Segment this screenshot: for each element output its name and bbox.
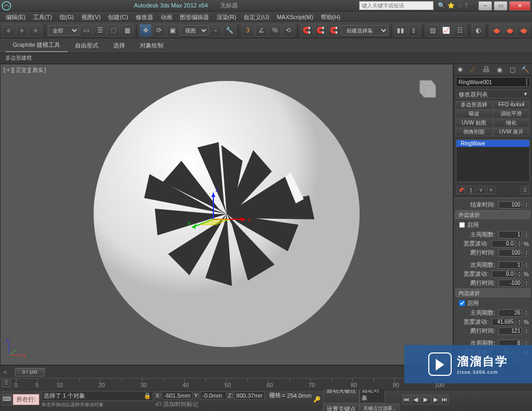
named-selection[interactable]: 创建选择集 [342,25,388,36]
utilities-panel-icon[interactable]: 🔨 [521,66,530,73]
outer-widthflux-spinner[interactable] [492,240,515,248]
menu-create[interactable]: 创建(C) [104,13,131,21]
coord-y-input[interactable] [200,391,227,400]
play-icon[interactable]: ▶ [420,394,431,405]
display-panel-icon[interactable]: ▢ [508,66,517,73]
modifier-list-combo[interactable]: 修改器列表▾ [456,89,530,98]
mod-btn-polyselect[interactable]: 多边形选择 [455,101,493,109]
render-setup-icon[interactable]: 🫖 [490,24,503,37]
viewcube[interactable] [411,75,440,104]
trackbar-toggle-icon[interactable]: ☰ [2,380,11,387]
modifier-stack[interactable]: RingWave [456,139,530,182]
align-icon[interactable]: ⫿ [408,24,421,37]
inner-mainperiod-spinner[interactable] [498,309,522,317]
configure-icon[interactable]: ☰ [521,186,529,194]
outer-enable-check[interactable] [459,222,465,228]
outer-mainperiod-spinner[interactable] [498,231,522,239]
key-lock-icon[interactable]: 🔑 [313,394,321,405]
keyfilter-button[interactable]: 关键点过滤器... [360,404,400,412]
next-frame-icon[interactable]: ▶ [431,394,440,405]
signin-icon[interactable]: ⭐ [447,2,455,9]
add-timetag[interactable]: 添加时间标记 [163,400,198,408]
outer-break-rollout[interactable]: 外边波折 [455,210,530,219]
mirror-icon[interactable]: ▮▮ [394,24,407,37]
select-name-icon[interactable]: ☰ [94,24,106,37]
hierarchy-panel-icon[interactable]: 品 [481,65,491,74]
make-unique-icon[interactable]: ∀ [477,186,485,194]
spinner-snap-icon[interactable]: ⟲ [282,24,295,37]
menu-tools[interactable]: 工具(T) [29,13,56,21]
render-frame-icon[interactable]: 🫖 [504,24,517,37]
menu-maxscript[interactable]: MAXScript(M) [273,14,317,20]
select-scale-icon[interactable]: ▣ [167,24,179,37]
menu-group[interactable]: 组(G) [56,13,78,21]
menu-help[interactable]: 帮助(H) [317,13,344,21]
favorites-icon[interactable]: ☆ [457,2,462,9]
goto-start-icon[interactable]: ⏮ [402,394,411,405]
angle-snap-icon[interactable]: ∠ [255,24,268,37]
menu-customize[interactable]: 自定义(U) [240,13,273,21]
material-editor-icon[interactable]: ◐ [472,24,485,37]
maximize-button[interactable]: ▭ [494,1,508,11]
outer-crawltime-spinner[interactable] [498,249,522,257]
mod-btn-noise[interactable]: 噪波 [455,110,493,118]
select-region-icon[interactable]: ⬚ [107,24,120,37]
close-button[interactable]: ✕ [509,1,530,11]
timetag-icon[interactable]: 🏷 [155,401,161,407]
app-icon[interactable] [0,0,13,12]
goto-end-icon[interactable]: ⏭ [440,394,449,405]
help-search-input[interactable] [359,1,434,10]
endtime-spinner[interactable] [498,201,522,209]
ribbon-tab-objpaint[interactable]: 对象绘制 [132,39,171,52]
magnet-icon[interactable]: 🧲 [301,24,313,37]
inner-crawltime-spinner[interactable] [498,327,522,335]
magnet2-icon[interactable]: 🧲 [314,24,327,37]
mod-btn-bevelprofile[interactable]: 倒角剖面 [455,128,493,136]
modify-panel-icon[interactable]: ☄ [469,66,478,73]
magnet3-icon[interactable]: 🧲 [328,24,340,37]
render-icon[interactable]: 🫖 [518,24,530,37]
pivot-icon[interactable]: ▫ [210,24,222,37]
schematic-icon[interactable]: ☷ [453,24,466,37]
menu-view[interactable]: 视图(V) [78,13,105,21]
create-panel-icon[interactable]: ✱ [455,66,465,73]
lock-icon[interactable]: 🔒 [144,392,151,399]
help-icon[interactable]: ? [464,2,468,9]
menu-modifiers[interactable]: 修改器 [132,13,157,21]
select-rotate-icon[interactable]: ⟳ [153,24,165,37]
mod-btn-tessellate[interactable]: 细化 [493,119,530,127]
unlink-icon[interactable]: ⟡ [16,24,29,37]
show-end-icon[interactable]: ∥ [467,186,475,194]
mod-btn-turbosmooth[interactable]: 涡轮平滑 [493,110,530,118]
select-move-icon[interactable]: ✥ [139,24,152,37]
coord-z-input[interactable] [234,391,265,400]
setkey-button[interactable]: 设置关键点 [323,404,360,412]
menu-render[interactable]: 渲染(R) [213,13,240,21]
mod-btn-ffd[interactable]: FFD 4x4x4 [493,101,530,109]
remove-icon[interactable]: ✕ [487,186,495,194]
ribbon-tab-selection[interactable]: 选择 [106,39,132,52]
layers-icon[interactable]: ▤ [426,24,439,37]
time-slider-handle[interactable]: 0 / 100 [15,368,45,376]
coord-x-input[interactable] [162,391,193,400]
select-icon[interactable]: ▭ [80,24,93,37]
viewport[interactable]: [ + ][ 正交 ][ 真实 ] [0,64,453,365]
motion-panel-icon[interactable]: ◉ [495,66,504,73]
stack-item-ringwave[interactable]: RingWave [456,140,529,147]
manipulate-icon[interactable]: 🔧 [223,24,236,37]
inner-break-rollout[interactable]: 内边波折 [455,289,530,297]
pin-stack-icon[interactable]: 📌 [456,186,465,194]
script-mini-icon[interactable]: ⌨ [2,394,12,405]
curve-editor-icon[interactable]: 📈 [440,24,453,37]
ribbon-tab-graphite[interactable]: Graphite 建模工具 [5,39,68,52]
prev-frame-icon[interactable]: ◀ [411,394,420,405]
link-icon[interactable]: ⟡ [2,24,15,37]
inner-enable-check[interactable] [459,300,465,306]
object-color-swatch[interactable] [526,78,527,86]
refcoord-combo[interactable]: 视图 [180,25,209,36]
menu-grapheditors[interactable]: 图形编辑器 [176,13,213,21]
window-crossing-icon[interactable]: ▦ [121,24,134,37]
mod-btn-uvwunwrap[interactable]: UVW 展开 [493,128,530,136]
infocenter-icon[interactable]: 🔍 [438,2,445,9]
menu-animation[interactable]: 动画 [157,13,176,21]
